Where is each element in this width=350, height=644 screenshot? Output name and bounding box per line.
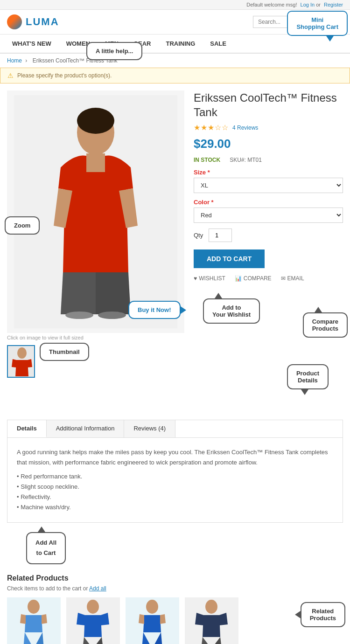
- qty-input[interactable]: [209, 229, 232, 242]
- actions-row: Add to Cart Email aFriend: [194, 249, 343, 268]
- buy-now-callout: Buy it Now!: [128, 301, 181, 319]
- svg-point-15: [146, 600, 158, 614]
- product-details-callout: ProductDetails: [287, 364, 329, 389]
- tabs-section: ProductDetails Details Additional Inform…: [7, 420, 343, 523]
- tab-details[interactable]: Details: [7, 420, 47, 437]
- mini-cart-callout: MiniShopping Cart: [287, 11, 348, 36]
- size-select[interactable]: XL S M L: [194, 178, 343, 193]
- product-main-image[interactable]: [7, 90, 184, 333]
- nav-sale[interactable]: Sale: [203, 35, 234, 53]
- wishlist-link[interactable]: ♥ WISHLIST: [194, 275, 225, 282]
- svg-point-13: [87, 600, 99, 614]
- welcome-msg: Default welcome msg!: [246, 2, 297, 7]
- header: LUMA 🛒 MiniShopping Cart: [0, 10, 350, 35]
- logo-area: LUMA: [7, 14, 59, 29]
- related-products-callout: RelatedProducts: [301, 602, 345, 627]
- alert-section: ⚠ Please specify the product's option(s)…: [0, 68, 350, 83]
- related-img-2[interactable]: [66, 597, 120, 644]
- thumbnail-1[interactable]: [7, 345, 35, 378]
- related-img-3[interactable]: [126, 597, 179, 644]
- compare-icon: 📊: [235, 275, 242, 282]
- heart-icon: ♥: [194, 275, 197, 282]
- product-name: Erikssen CoolTech™ Fitness Tank: [194, 90, 343, 119]
- breadcrumb: Home › Erikssen CoolTech™ Fitness Tank: [0, 54, 350, 68]
- feature-2: Slight scoop neckline.: [17, 482, 333, 492]
- svg-point-4: [65, 312, 93, 319]
- nav-whats-new[interactable]: What's New: [5, 35, 59, 53]
- product-images: Zoom: [7, 90, 184, 378]
- related-subtitle: Check items to add to the cart or Add al…: [7, 585, 343, 592]
- svg-point-9: [28, 600, 40, 614]
- top-bar: Default welcome msg! Log In or Register: [0, 0, 350, 10]
- add-to-cart-button[interactable]: Add to Cart: [194, 249, 265, 268]
- review-link[interactable]: 4 Reviews: [232, 125, 258, 131]
- svg-rect-3: [86, 153, 105, 172]
- related-title: Related Products: [7, 574, 343, 582]
- svg-point-5: [98, 312, 126, 319]
- feature-1: Red performance tank.: [17, 471, 333, 482]
- feature-4: Machine wash/dry.: [17, 502, 333, 512]
- add-all-callout: Add Allto Cart: [26, 532, 66, 564]
- email-label: EMAIL: [287, 275, 304, 282]
- tab-reviews[interactable]: Reviews (4): [124, 420, 175, 437]
- tabs-nav: Details Additional Information Reviews (…: [7, 420, 343, 438]
- feature-3: Reflectivity.: [17, 492, 333, 502]
- product-area: Zoom: [0, 83, 350, 385]
- rating-row: ★★★☆☆ 4 Reviews ProductRanking: [194, 123, 343, 132]
- compare-label: COMPARE: [244, 275, 272, 282]
- tab-content: A good running tank helps make the miles…: [7, 438, 343, 522]
- email-icon: ✉: [281, 275, 286, 282]
- svg-point-19: [205, 600, 217, 614]
- size-section: Size * XL S M L Choosethe Options: [194, 169, 343, 199]
- action-links: ♥ WISHLIST 📊 COMPARE ✉ EMAIL Add toYour …: [194, 275, 343, 282]
- related-section: Related Products Check items to add to t…: [0, 567, 350, 644]
- related-item-2: Ryker LumaTech™ Tee (Crew-neck) $32.00 ♥…: [66, 597, 120, 644]
- related-item-4: Logan HeatTec® Tee $24.00 ♥ 📊: [185, 597, 238, 644]
- email-link[interactable]: ✉ EMAIL: [281, 275, 304, 282]
- zoom-callout: Zoom: [5, 216, 40, 235]
- stock-status: IN STOCK: [194, 157, 220, 163]
- main-nav: What's New Women Men Gear Training Sale: [0, 35, 350, 54]
- product-sku: SKU#: MT01: [230, 157, 262, 163]
- tab-additional-info[interactable]: Additional Information: [47, 420, 125, 437]
- stock-row: IN STOCK SKU#: MT01 StockAvailability: [194, 157, 343, 163]
- product-price: $29.00: [194, 137, 343, 151]
- related-img-4[interactable]: [185, 597, 238, 644]
- product-image-svg: [14, 95, 177, 328]
- thumbnail-strip: Thumbnail: [7, 345, 184, 378]
- or-text: or: [316, 2, 321, 7]
- wishlist-label: WISHLIST: [199, 275, 225, 282]
- wishlist-callout: Add toYour Wishlist: [203, 298, 260, 324]
- thumbnail-callout: Thumbnail: [40, 343, 89, 361]
- product-info: Erikssen CoolTech™ Fitness Tank ★★★☆☆ 4 …: [194, 90, 343, 378]
- size-label: Size *: [194, 169, 343, 176]
- logo-text: LUMA: [26, 16, 59, 28]
- compare-callout: CompareProducts: [303, 312, 348, 338]
- color-section: Color * Red Blue Green: [194, 199, 343, 229]
- login-link[interactable]: Log In: [301, 2, 315, 7]
- breadcrumb-sep: ›: [25, 57, 28, 64]
- svg-point-7: [17, 347, 27, 359]
- breadcrumb-home[interactable]: Home: [7, 57, 22, 64]
- logo-icon: [7, 14, 22, 29]
- related-img-1[interactable]: [7, 597, 61, 644]
- warning-icon: ⚠: [7, 72, 14, 79]
- related-item-3: Arcadio Gym Short $20.00 ♥ 📊: [126, 597, 179, 644]
- color-label: Color *: [194, 199, 343, 206]
- star-rating: ★★★☆☆: [194, 123, 229, 132]
- add-all-link[interactable]: Add all: [89, 585, 106, 592]
- qty-row: Qty: [194, 229, 343, 242]
- click-hint: Click on image to view it full sized: [7, 335, 184, 340]
- product-description: A good running tank helps make the miles…: [17, 447, 333, 468]
- nav-training[interactable]: Training: [158, 35, 203, 53]
- product-features: Red performance tank. Slight scoop neckl…: [17, 471, 333, 512]
- alert-message: Please specify the product's option(s).: [17, 72, 112, 79]
- alert-warning: ⚠ Please specify the product's option(s)…: [0, 68, 350, 83]
- related-item-1: Meteor Workout Short $32.50 ♥ 📊: [7, 597, 61, 644]
- color-select[interactable]: Red Blue Green: [194, 208, 343, 223]
- compare-link[interactable]: 📊 COMPARE: [235, 275, 272, 282]
- help-callout: A little help...: [86, 42, 142, 60]
- qty-label: Qty: [194, 232, 203, 239]
- register-link[interactable]: Register: [324, 2, 343, 7]
- related-grid: Meteor Workout Short $32.50 ♥ 📊: [7, 597, 343, 644]
